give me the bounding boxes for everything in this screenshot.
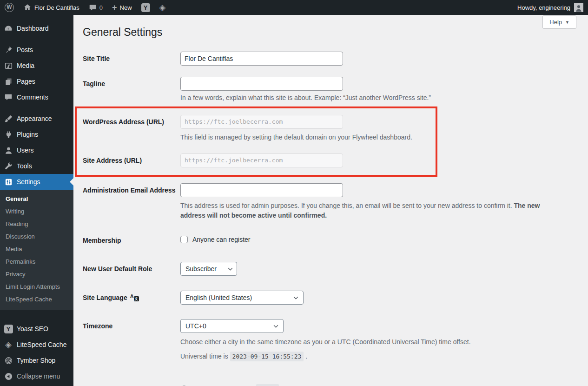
admin-bar: W Flor De Cantiflas 0 + New Y ◈ Howdy, e… bbox=[0, 0, 588, 15]
translation-icon: A文 bbox=[130, 294, 139, 301]
new-content-menu[interactable]: + New bbox=[107, 0, 137, 15]
tagline-input[interactable] bbox=[180, 77, 343, 91]
tagline-description: In a few words, explain what this site i… bbox=[180, 93, 579, 103]
sidebar-item-litespeed-cache[interactable]: ◈ LiteSpeed Cache bbox=[0, 337, 73, 353]
yoast-admin-bar[interactable]: Y bbox=[137, 0, 155, 15]
sidebar-item-tymber-shop[interactable]: Tymber Shop bbox=[0, 353, 73, 368]
timezone-value: UTC+0 bbox=[185, 322, 206, 330]
sidebar-item-label: Appearance bbox=[17, 115, 52, 122]
site-title-label: Site Title bbox=[83, 52, 180, 64]
sidebar-item-label: Tools bbox=[17, 162, 32, 170]
sidebar-item-label: LiteSpeed Cache bbox=[17, 341, 66, 348]
timezone-select[interactable]: UTC+0 bbox=[180, 319, 284, 333]
timezone-description: Choose either a city in the same timezon… bbox=[180, 337, 579, 347]
user-icon bbox=[4, 146, 13, 155]
settings-icon bbox=[4, 177, 13, 186]
universal-time-suffix: . bbox=[305, 353, 307, 360]
tagline-label: Tagline bbox=[83, 77, 180, 89]
help-label: Help bbox=[549, 19, 562, 26]
submenu-item-limit-login-attempts[interactable]: Limit Login Attempts bbox=[0, 281, 73, 293]
sidebar-item-label: Comments bbox=[17, 93, 48, 101]
yoast-icon: Y bbox=[141, 3, 150, 12]
site-language-label: Site LanguageA文 bbox=[83, 291, 180, 303]
sidebar-item-posts[interactable]: Posts bbox=[0, 42, 73, 58]
wordpress-logo-icon: W bbox=[5, 3, 14, 12]
site-name-menu[interactable]: Flor De Cantiflas bbox=[19, 0, 84, 15]
site-address-input bbox=[180, 153, 343, 167]
admin-email-input[interactable] bbox=[180, 183, 343, 197]
date-format-label: Date Format bbox=[83, 382, 180, 386]
wordpress-address-input bbox=[180, 115, 343, 129]
submenu-item-privacy[interactable]: Privacy bbox=[0, 268, 73, 281]
wordpress-logo-menu[interactable]: W bbox=[0, 0, 19, 15]
sidebar-item-label: Settings bbox=[17, 178, 40, 186]
sidebar-item-dashboard[interactable]: Dashboard bbox=[0, 20, 73, 36]
comments-count: 0 bbox=[99, 4, 103, 11]
anyone-can-register-label: Anyone can register bbox=[192, 236, 251, 243]
comments-admin-bar[interactable]: 0 bbox=[84, 0, 107, 15]
site-language-select[interactable]: English (United States) bbox=[180, 291, 304, 305]
submenu-item-general[interactable]: General bbox=[0, 193, 73, 206]
universal-time-line: Universal time is 2023-09-15 16:55:23 . bbox=[180, 352, 579, 361]
default-role-select[interactable]: Subscriber bbox=[180, 262, 237, 276]
site-title-input[interactable] bbox=[180, 52, 343, 66]
litespeed-icon: ◈ bbox=[159, 3, 166, 12]
plug-icon bbox=[4, 130, 13, 139]
universal-time-prefix: Universal time is bbox=[180, 353, 228, 360]
date-format-code bbox=[256, 384, 279, 386]
sidebar-item-label: Plugins bbox=[17, 131, 38, 138]
home-icon bbox=[23, 3, 32, 12]
admin-email-label: Administration Email Address bbox=[83, 183, 180, 195]
sidebar-item-label: Posts bbox=[17, 46, 33, 53]
sidebar: Dashboard Posts Media Pages Comments App… bbox=[0, 15, 73, 386]
wordpress-address-description: This field is managed by setting the def… bbox=[180, 133, 431, 142]
sidebar-item-label: Media bbox=[17, 62, 34, 69]
chevron-down-icon bbox=[228, 267, 233, 271]
paintbrush-icon bbox=[4, 114, 13, 123]
sidebar-item-comments[interactable]: Comments bbox=[0, 89, 73, 105]
sidebar-item-users[interactable]: Users bbox=[0, 142, 73, 158]
anyone-can-register-checkbox[interactable] bbox=[180, 236, 188, 243]
submenu-item-media[interactable]: Media bbox=[0, 243, 73, 256]
submenu-item-permalinks[interactable]: Permalinks bbox=[0, 256, 73, 268]
collapse-menu-button[interactable]: Collapse menu bbox=[0, 368, 73, 384]
submenu-item-discussion[interactable]: Discussion bbox=[0, 231, 73, 243]
url-fields-highlight-box: WordPress Address (URL) This field is ma… bbox=[75, 106, 437, 177]
membership-label: Membership bbox=[83, 233, 180, 246]
site-language-label-text: Site Language bbox=[83, 294, 127, 301]
chevron-down-icon: ▼ bbox=[565, 20, 569, 25]
sidebar-item-plugins[interactable]: Plugins bbox=[0, 126, 73, 142]
howdy-label[interactable]: Howdy, engineering bbox=[517, 4, 570, 11]
sidebar-item-label: Pages bbox=[17, 78, 35, 85]
sidebar-item-pages[interactable]: Pages bbox=[0, 73, 73, 89]
menu-separator bbox=[0, 105, 73, 111]
help-button[interactable]: Help ▼ bbox=[542, 15, 576, 29]
sidebar-item-label: Tymber Shop bbox=[17, 357, 55, 364]
sidebar-item-appearance[interactable]: Appearance bbox=[0, 111, 73, 126]
menu-separator bbox=[0, 36, 73, 42]
universal-time-value: 2023-09-15 16:55:23 bbox=[230, 352, 304, 361]
sidebar-item-media[interactable]: Media bbox=[0, 58, 73, 73]
chevron-down-icon bbox=[293, 296, 298, 299]
avatar[interactable] bbox=[574, 3, 583, 12]
submenu-item-litespeed-cache[interactable]: LiteSpeed Cache bbox=[0, 293, 73, 306]
pushpin-icon bbox=[4, 45, 13, 54]
wordpress-address-label: WordPress Address (URL) bbox=[83, 115, 180, 127]
default-role-label: New User Default Role bbox=[83, 262, 180, 274]
sidebar-item-yoast-seo[interactable]: Y Yoast SEO bbox=[0, 321, 73, 337]
collapse-arrow-icon bbox=[4, 372, 13, 381]
litespeed-admin-bar[interactable]: ◈ bbox=[155, 0, 171, 15]
general-settings-page: General Settings Site Title Tagline In a… bbox=[73, 15, 588, 386]
plus-icon: + bbox=[112, 3, 117, 12]
sidebar-item-settings[interactable]: Settings bbox=[0, 174, 73, 190]
site-language-value: English (United States) bbox=[185, 294, 252, 301]
submenu-item-reading[interactable]: Reading bbox=[0, 218, 73, 231]
sidebar-item-label: Yoast SEO bbox=[17, 325, 48, 333]
submenu-item-writing[interactable]: Writing bbox=[0, 206, 73, 218]
media-icon bbox=[4, 61, 13, 70]
new-label: New bbox=[120, 4, 132, 11]
page-title: General Settings bbox=[83, 26, 579, 40]
admin-email-description-text: This address is used for admin purposes.… bbox=[180, 202, 514, 209]
litespeed-icon: ◈ bbox=[4, 340, 13, 349]
sidebar-item-tools[interactable]: Tools bbox=[0, 158, 73, 174]
